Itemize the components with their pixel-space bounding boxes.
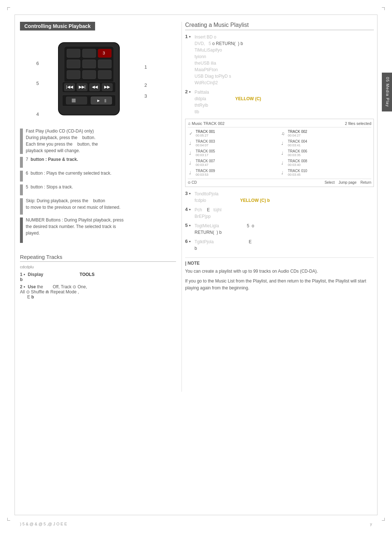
svg-text:▶▶|: ▶▶|: [79, 85, 86, 89]
instr-color-pause: [20, 157, 23, 168]
repeat-step-1-num: 1 •: [20, 272, 25, 277]
footer-actions: Select Jump page Return: [324, 180, 371, 184]
instr-color-play: [20, 171, 23, 182]
track-item-006: ♩ TRACK 006 00:03:35: [280, 149, 371, 158]
step-3-content: TondttoPjola fcdplo YELLOW (C) b: [195, 191, 374, 204]
repeat-section: Repeating Tracks cdcdplu 1 • Display TOO…: [20, 254, 176, 300]
svg-rect-24: [91, 97, 112, 104]
repeat-step-2-content: Use the Off, Track ⊙ One, All ⊙ Shuffle …: [20, 284, 87, 300]
step-2-content: Palttala dldpla YELLOW (C) thtRylb tlb: [195, 89, 374, 115]
remote-svg: 3 |◀◀ ▶▶| ◀◀ ▶▶: [42, 41, 136, 117]
playlist-step-2: 2 • Palttala dldpla YELLOW (C) thtRylb t…: [185, 89, 374, 115]
music-icon-009: ♩: [189, 170, 194, 175]
music-icon-004: ♩: [281, 141, 286, 146]
playlist-step-1: 1 • Insert BD o DVD, 5 o RETURN( ) b TiM…: [185, 34, 374, 86]
step-5-num: 5 •: [185, 223, 192, 228]
track-item-004: ♩ TRACK 004 00:03:41: [280, 139, 371, 148]
footer-right-text: y: [370, 522, 372, 526]
step-4-num: 4 •: [185, 207, 192, 212]
instr-color-fastplay: [20, 129, 23, 154]
svg-rect-22: [66, 97, 87, 104]
track-item-002: ♫ TRACK 002 00:04:27: [280, 129, 371, 138]
svg-rect-8: [98, 60, 111, 68]
repeat-step-1: 1 • Display TOOLS b: [20, 272, 176, 282]
playlist-steps-continued: 3 • TondttoPjola fcdplo YELLOW (C) b 4 •…: [185, 191, 374, 252]
track-box-count: 2 files selected: [345, 121, 371, 126]
corner-mark-bl: [7, 518, 10, 521]
footer-select[interactable]: Select: [324, 180, 335, 184]
right-column: Creating a Music Playlist 1 • Insert BD …: [185, 22, 374, 295]
page-footer: ) 5 & @ & @ 5 ,@ J O E E y: [20, 522, 372, 526]
step-6-num: 6 •: [185, 239, 192, 244]
step-5-content: TogtMieLigla 5 o RETURN( ) b: [195, 223, 374, 236]
track-time-004: 00:03:41: [288, 143, 307, 147]
track-time-008: 00:03:40: [288, 163, 307, 167]
repeat-subtitle: cdcdplu: [20, 265, 176, 269]
footer-jumppage[interactable]: Jump page: [339, 180, 356, 184]
track-name-003: TRACK 003: [196, 139, 215, 143]
svg-rect-23: [72, 99, 76, 103]
track-time-005: 00:03:17: [196, 153, 215, 157]
page-border-top: [15, 15, 377, 15]
svg-text:▶▶: ▶▶: [104, 85, 110, 89]
instr-fastplay: Fast Play (Audio CD (CD-DA) only) During…: [20, 128, 176, 154]
music-icon-007: ♩: [189, 160, 194, 166]
track-name-008: TRACK 008: [288, 159, 307, 163]
remote-label-6: 6: [36, 61, 39, 66]
track-box-footer: ⊙ CD Select Jump page Return: [188, 179, 371, 184]
instr-color-skip: [20, 198, 23, 215]
track-name-005: TRACK 005: [196, 149, 215, 153]
track-time-009: 00:03:53: [196, 173, 215, 176]
track-info-001: TRACK 001 00:05:27: [196, 130, 215, 137]
svg-rect-6: [67, 60, 80, 68]
corner-mark-tl: [7, 7, 10, 10]
track-info-006: TRACK 006 00:03:35: [288, 149, 307, 157]
svg-rect-3: [82, 49, 96, 57]
svg-text:||: ||: [105, 98, 106, 102]
left-section-header: Controlling Music Playback: [20, 22, 95, 30]
music-icon-006: ♩: [281, 151, 286, 156]
track-item-010: ♩ TRACK 010 00:03:45: [280, 168, 371, 177]
track-item-001: ✓ TRACK 001 00:05:27: [188, 129, 279, 138]
svg-rect-7: [82, 60, 96, 68]
instr-text-pause: 7 button : Pause & track.: [26, 156, 78, 163]
music-icon-003: ♩: [189, 141, 194, 146]
instr-stop: 5 button : Stops a track.: [20, 184, 176, 195]
track-name-010: TRACK 010: [288, 169, 307, 173]
svg-rect-10: [82, 70, 96, 79]
note-section: | NOTE You can create a playlist with up…: [185, 257, 374, 292]
svg-rect-2: [67, 49, 80, 57]
track-time-010: 00:03:45: [288, 173, 307, 176]
instr-text-play: 6 button : Plays the currently selected …: [26, 170, 111, 176]
track-name-009: TRACK 009: [196, 169, 215, 173]
track-info-008: TRACK 008 00:03:40: [288, 159, 307, 167]
music-icon-005: ♩: [189, 151, 194, 156]
step-4-content: Pch E tüjhl BrEP|pp: [195, 207, 374, 220]
instr-number: NUMBER Buttons : During Playlist playbac…: [20, 217, 176, 243]
corner-mark-br: [382, 518, 385, 521]
step-1-content: Insert BD o DVD, 5 o RETURN( ) b TiMuLiS…: [195, 34, 374, 86]
note-text-1: You can create a playlist with up to 99 …: [185, 268, 374, 275]
check-icon-001: ✓: [189, 131, 194, 136]
track-info-007: TRACK 007 00:03:47: [196, 159, 215, 167]
playlist-step-6: 6 • TglktPjola E b: [185, 239, 374, 252]
repeat-section-title: Repeating Tracks: [20, 254, 176, 262]
track-item-005: ♩ TRACK 005 00:03:17: [188, 149, 279, 158]
column-divider: [181, 22, 182, 392]
track-time-002: 00:04:27: [288, 134, 307, 137]
left-column: Controlling Music Playback 6 5 4 1 2 3 3: [20, 22, 176, 302]
track-info-010: TRACK 010 00:03:45: [288, 169, 307, 176]
track-item-007: ♩ TRACK 007 00:03:47: [188, 158, 279, 167]
music-icon-010: ♩: [281, 170, 286, 175]
page-border-right: [377, 15, 377, 515]
footer-return[interactable]: Return: [360, 180, 371, 184]
instr-text-stop: 5 button : Stops a track.: [26, 184, 73, 190]
footer-left-text: ) 5 & @ & @ 5 ,@ J O E E: [20, 522, 67, 526]
track-list-box: ♫ Music TRACK 002 2 files selected ✓ TRA…: [185, 119, 374, 187]
instr-text-number: NUMBER Buttons : During Playlist playbac…: [26, 217, 123, 236]
instr-text-fastplay: Fast Play (Audio CD (CD-DA) only) During…: [26, 128, 98, 154]
playlist-steps: 1 • Insert BD o DVD, 5 o RETURN( ) b TiM…: [185, 34, 374, 115]
right-section-title: Creating a Music Playlist: [185, 22, 374, 30]
track-time-001: 00:05:27: [196, 134, 215, 137]
track-info-003: TRACK 003 00:04:07: [196, 139, 215, 147]
